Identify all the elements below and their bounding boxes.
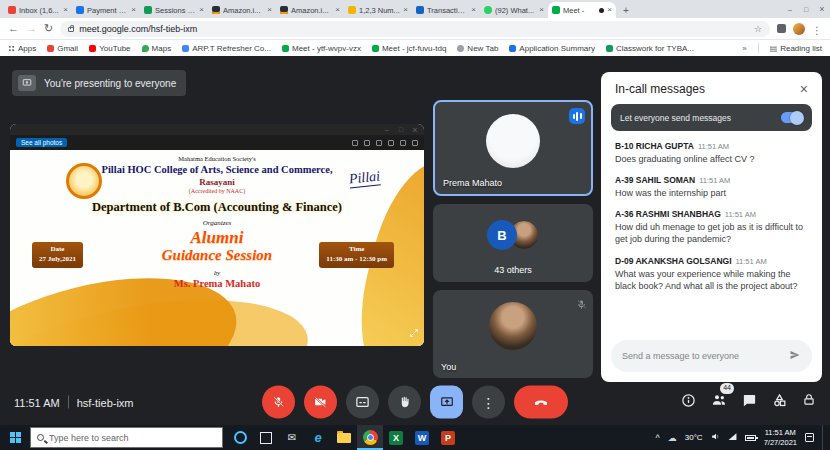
file-explorer-icon[interactable]	[331, 425, 357, 450]
stop-presenting-button[interactable]	[430, 386, 463, 419]
lock-icon	[68, 27, 74, 32]
taskbar-clock[interactable]: 11:51 AM 7/27/2021	[764, 428, 797, 448]
tab-close-icon[interactable]	[267, 6, 272, 14]
edge-icon[interactable]: e	[305, 425, 331, 450]
reload-icon[interactable]	[44, 23, 53, 34]
apps-shortcut[interactable]: Apps	[8, 44, 36, 53]
tab-close-icon[interactable]	[63, 6, 68, 14]
screen-share-tile[interactable]: See all photos Pillai Mahatma Education …	[10, 124, 424, 346]
edit-icon[interactable]	[376, 140, 382, 146]
tab-close-icon[interactable]	[335, 6, 340, 14]
others-count-label: 43 others	[433, 265, 593, 275]
letter-avatar: B	[487, 220, 517, 250]
bookmark-gmail[interactable]: Gmail	[47, 44, 78, 53]
tab-close-icon[interactable]	[607, 6, 612, 14]
expand-tile-icon[interactable]	[409, 324, 419, 342]
participant-tile-you[interactable]: You	[433, 290, 593, 378]
meeting-details-icon[interactable]	[681, 393, 696, 412]
bookmark-new-tab[interactable]: New Tab	[457, 44, 498, 53]
see-all-photos-button[interactable]: See all photos	[16, 138, 67, 147]
taskbar-search-input[interactable]	[49, 433, 216, 443]
more-icon[interactable]	[412, 140, 418, 146]
bookmark-star-icon[interactable]	[754, 24, 762, 34]
bookmark-maps[interactable]: Maps	[142, 44, 172, 53]
delete-icon[interactable]	[400, 140, 406, 146]
cortana-icon[interactable]	[227, 425, 253, 450]
tab-transaction[interactable]: Transaction...	[412, 2, 480, 18]
excel-icon[interactable]: X	[383, 425, 409, 450]
start-button[interactable]	[0, 425, 30, 450]
event-time: Time 11:30 am - 12:30 pm	[319, 242, 394, 268]
chrome-icon[interactable]	[357, 425, 383, 450]
bookmark-application-summary[interactable]: Application Summary	[509, 44, 595, 53]
onedrive-icon[interactable]	[668, 433, 677, 443]
show-desktop-button[interactable]	[822, 425, 825, 450]
participant-tile-presenter[interactable]: Prema Mahato	[433, 100, 593, 196]
taskbar-search[interactable]	[30, 427, 223, 448]
reading-list-button[interactable]: Reading list	[770, 44, 822, 53]
tab-payment[interactable]: Payment D...	[72, 2, 140, 18]
volume-icon[interactable]	[711, 432, 720, 443]
tab-title: Sessions Fo...	[155, 6, 196, 15]
participants-button[interactable]: 44	[711, 392, 727, 412]
profile-avatar[interactable]	[793, 23, 805, 35]
chat-message-input[interactable]	[622, 351, 783, 361]
weather-temp[interactable]: 30°C	[685, 433, 703, 442]
allow-messages-toggle[interactable]	[781, 112, 803, 123]
powerpoint-icon[interactable]: P	[435, 425, 461, 450]
mic-button[interactable]	[262, 386, 295, 419]
tab-inbox[interactable]: Inbox (1,6...	[4, 2, 72, 18]
call-controls	[262, 386, 568, 419]
back-icon[interactable]	[8, 23, 19, 34]
leave-call-button[interactable]	[514, 386, 568, 419]
chat-panel-icon[interactable]	[742, 393, 757, 412]
hidden-icons-chevron[interactable]	[656, 433, 660, 443]
action-center-icon[interactable]	[805, 433, 814, 442]
minimize-icon[interactable]	[782, 0, 798, 18]
tab-meet-active[interactable]: Meet -	[548, 2, 616, 18]
new-tab-button[interactable]	[619, 3, 633, 17]
tab-amazon-2[interactable]: Amazon.i...	[276, 2, 344, 18]
word-icon[interactable]: W	[409, 425, 435, 450]
battery-icon[interactable]	[745, 435, 756, 441]
send-message-icon[interactable]	[789, 347, 801, 365]
close-chat-icon[interactable]	[800, 82, 808, 96]
tab-sessions[interactable]: Sessions Fo...	[140, 2, 208, 18]
activities-icon[interactable]	[772, 393, 787, 412]
tab-title: Transaction...	[427, 6, 468, 15]
slideshow-icon[interactable]	[364, 140, 370, 146]
tab-whatsapp[interactable]: (92) What...	[480, 2, 548, 18]
maximize-icon[interactable]	[798, 0, 814, 18]
rotate-icon[interactable]	[388, 140, 394, 146]
tab-close-icon[interactable]	[471, 6, 476, 14]
close-window-icon[interactable]	[814, 0, 830, 18]
tab-numbers[interactable]: 1,2,3 Num...	[344, 2, 412, 18]
tab-close-icon[interactable]	[539, 6, 544, 14]
participant-tile-others[interactable]: B 43 others	[433, 204, 593, 282]
network-icon[interactable]	[728, 432, 737, 443]
tab-close-icon[interactable]	[199, 6, 204, 14]
amazon-favicon	[212, 6, 220, 14]
extensions-icon[interactable]	[777, 24, 786, 33]
more-options-button[interactable]	[472, 386, 505, 419]
forward-icon[interactable]	[26, 23, 37, 34]
bookmark-meet-1[interactable]: Meet - ytf-wvpv-vzx	[282, 44, 361, 53]
host-controls-icon[interactable]	[802, 393, 816, 411]
camera-button[interactable]	[304, 386, 337, 419]
bookmark-classwork[interactable]: Classwork for TYBA...	[606, 44, 694, 53]
captions-button[interactable]	[346, 386, 379, 419]
chat-message-list[interactable]: B-10 RICHA GUPTA11:51 AM Does graduating…	[601, 139, 822, 334]
zoom-icon[interactable]	[352, 140, 358, 146]
tab-close-icon[interactable]	[131, 6, 136, 14]
address-bar[interactable]: meet.google.com/hsf-tieb-ixm	[60, 21, 770, 37]
bookmarks-overflow-icon[interactable]	[742, 44, 746, 53]
tab-close-icon[interactable]	[403, 6, 408, 14]
bookmark-meet-2[interactable]: Meet - jcf-fuvu-tdq	[372, 44, 446, 53]
bookmark-arpt-refresher[interactable]: ARP.T Refresher Co...	[182, 44, 271, 53]
raise-hand-button[interactable]	[388, 386, 421, 419]
browser-menu-icon[interactable]	[812, 20, 822, 38]
task-view-icon[interactable]	[253, 425, 279, 450]
tab-amazon-1[interactable]: Amazon.i...	[208, 2, 276, 18]
bookmark-youtube[interactable]: YouTube	[89, 44, 130, 53]
mail-icon[interactable]	[279, 425, 305, 450]
